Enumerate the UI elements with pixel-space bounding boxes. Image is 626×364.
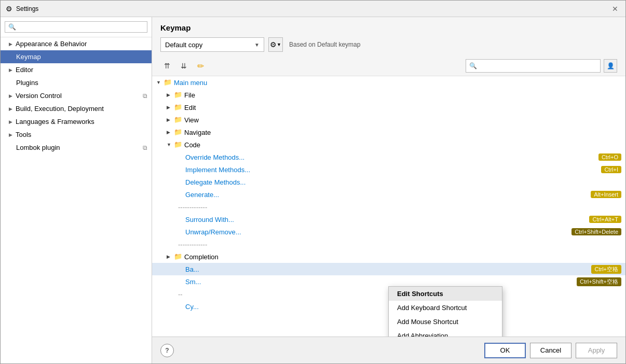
shortcut-badge: Ctrl+空格 <box>591 265 621 274</box>
sidebar-item-editor[interactable]: Editor <box>1 63 152 76</box>
title-bar: ⚙ Settings ✕ <box>1 1 625 17</box>
folder-icon: 📁 <box>164 78 172 87</box>
cancel-button[interactable]: Cancel <box>530 343 571 358</box>
sidebar-item-label: Version Control <box>16 92 141 100</box>
settings-window: ⚙ Settings ✕ Appearance & Behavior Keyma… <box>0 0 626 364</box>
sidebar-item-build[interactable]: Build, Execution, Deployment <box>1 102 152 115</box>
folder-icon: 📁 <box>174 253 182 261</box>
context-menu-item-label: Edit Shortcuts <box>397 290 443 298</box>
sidebar: Appearance & Behavior Keymap Editor Plug… <box>1 17 152 363</box>
tree-row-separator: ------------- <box>152 238 625 250</box>
tree-arrow-completion[interactable] <box>167 254 174 259</box>
collapse-all-button[interactable]: ⇈ <box>160 59 174 73</box>
context-menu-item-add-mouse[interactable]: Add Mouse Shortcut <box>389 315 502 329</box>
window-body: Appearance & Behavior Keymap Editor Plug… <box>1 17 625 363</box>
sidebar-item-version-control[interactable]: Version Control ⧉ <box>1 89 152 102</box>
tree-row[interactable]: 📁 File <box>152 89 625 101</box>
tree-search-box: 🔍 <box>466 59 601 73</box>
tree-label: Surround With... <box>185 216 589 223</box>
context-menu-item-label: Add Abbreviation <box>397 332 448 337</box>
close-button[interactable]: ✕ <box>609 3 621 15</box>
help-button[interactable]: ? <box>160 344 174 357</box>
tree-label: Implement Methods... <box>185 166 601 174</box>
tree-arrow-file[interactable] <box>167 92 174 97</box>
apply-button[interactable]: Apply <box>576 343 617 358</box>
search-icon: 🔍 <box>469 62 477 69</box>
tree-arrow-view[interactable] <box>167 117 174 122</box>
expand-all-button[interactable]: ⇊ <box>177 59 190 73</box>
sidebar-item-label: Editor <box>16 66 147 74</box>
tree-row[interactable]: 📁 Navigate <box>152 126 625 138</box>
tree-row[interactable]: 📁 Edit <box>152 101 625 114</box>
tree-row[interactable]: Implement Methods... Ctrl+I <box>152 163 625 176</box>
tree-row[interactable]: 📁 Code <box>152 138 625 151</box>
tree-label: Main menu <box>174 79 621 87</box>
tree-row[interactable]: 📁 View <box>152 114 625 126</box>
sidebar-item-label: Lombok plugin <box>16 144 141 151</box>
tree-arrow-code[interactable] <box>167 142 174 147</box>
context-menu-item-add-keyboard[interactable]: Add Keyboard Shortcut <box>389 301 502 315</box>
ok-button[interactable]: OK <box>484 343 526 358</box>
tree-arrow-navigate[interactable] <box>167 130 174 135</box>
edit-button[interactable]: ✏ <box>194 59 207 73</box>
expand-all-icon: ⇊ <box>181 62 187 70</box>
dropdown-value: Default copy <box>165 41 202 49</box>
sidebar-item-label: Languages & Frameworks <box>16 118 147 125</box>
keymap-gear-button[interactable]: ⚙ ▼ <box>268 37 283 52</box>
sidebar-search-input[interactable] <box>5 21 147 33</box>
context-menu-item-edit-shortcuts[interactable]: Edit Shortcuts <box>389 287 502 301</box>
tree-label: Code <box>184 141 621 149</box>
folder-icon: 📁 <box>174 116 182 124</box>
tree-row[interactable]: Unwrap/Remove... Ctrl+Shift+Delete <box>152 226 625 238</box>
tree-row-basic-completion[interactable]: Ba... Ctrl+空格 <box>152 263 625 275</box>
sidebar-item-tools[interactable]: Tools <box>1 128 152 141</box>
apply-label: Apply <box>588 346 605 354</box>
folder-icon: 📁 <box>174 128 182 136</box>
gear-dropdown-arrow: ▼ <box>277 42 281 47</box>
sidebar-item-keymap[interactable]: Keymap <box>1 50 152 63</box>
tree-row-completion[interactable]: 📁 Completion <box>152 250 625 263</box>
collapse-all-icon: ⇈ <box>164 62 170 70</box>
sidebar-item-appearance[interactable]: Appearance & Behavior <box>1 37 152 50</box>
sidebar-search-area <box>1 17 152 37</box>
tree-label: Unwrap/Remove... <box>185 228 571 236</box>
tree-label: Sm... <box>185 278 577 286</box>
sidebar-item-lombok[interactable]: Lombok plugin ⧉ <box>1 141 152 154</box>
sidebar-item-languages[interactable]: Languages & Frameworks <box>1 115 152 128</box>
tree-row[interactable]: Generate... Alt+Insert <box>152 188 625 201</box>
gear-icon: ⚙ <box>270 40 277 49</box>
keymap-controls: Default copy ▼ ⚙ ▼ Based on Default keym… <box>160 37 617 52</box>
tree-row[interactable]: Delegate Methods... <box>152 176 625 188</box>
tree-arrow-edit[interactable] <box>167 105 174 110</box>
shortcut-badge: Ctrl+I <box>601 166 621 173</box>
tree-label: Generate... <box>185 191 591 199</box>
shortcut-badge: Ctrl+Shift+Delete <box>571 228 621 235</box>
tree-label: ------------- <box>178 241 621 248</box>
window-icon: ⚙ <box>5 5 13 13</box>
person-icon: 👤 <box>607 62 615 69</box>
tree-label: Navigate <box>184 129 621 136</box>
tree-arrow-main-menu[interactable] <box>156 80 164 85</box>
tree-row[interactable]: 📁 Main menu <box>152 76 625 89</box>
sidebar-item-label: Tools <box>16 131 147 138</box>
question-mark-icon: ? <box>165 347 169 354</box>
shortcut-badge: Ctrl+O <box>598 153 621 161</box>
sidebar-item-plugins[interactable]: Plugins <box>1 76 152 89</box>
tree-label: Completion <box>184 253 621 261</box>
tree-search-input[interactable] <box>479 62 597 69</box>
shortcut-badge: Alt+Insert <box>591 191 621 198</box>
context-menu-item-label: Add Keyboard Shortcut <box>397 304 467 312</box>
main-content: Keymap Default copy ▼ ⚙ ▼ Based on Defau… <box>152 17 625 363</box>
sidebar-item-label: Build, Execution, Deployment <box>16 105 147 113</box>
search-help-button[interactable]: 👤 <box>604 59 617 73</box>
context-menu: Edit Shortcuts Add Keyboard Shortcut Add… <box>388 286 502 337</box>
bottom-bar: ? OK Cancel Apply <box>152 337 625 363</box>
tree-label: View <box>184 116 621 124</box>
tree-row-separator: ------------- <box>152 201 625 213</box>
tree-row[interactable]: Override Methods... Ctrl+O <box>152 151 625 163</box>
folder-icon: 📁 <box>174 103 182 111</box>
tree-row[interactable]: Surround With... Ctrl+Alt+T <box>152 213 625 226</box>
keymap-dropdown[interactable]: Default copy ▼ <box>160 37 264 52</box>
tree-area: 📁 Main menu 📁 File 📁 Edit <box>152 76 625 337</box>
context-menu-item-add-abbreviation[interactable]: Add Abbreviation <box>389 329 502 337</box>
